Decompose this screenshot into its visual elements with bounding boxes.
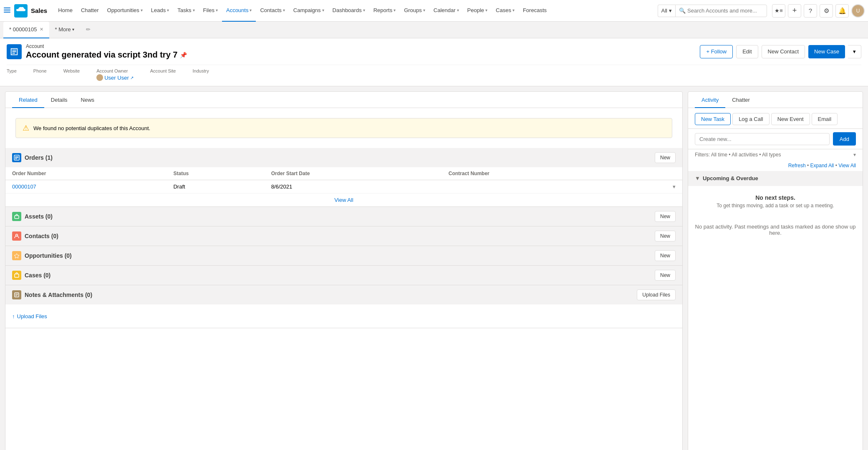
notes-upload-files-button[interactable]: Upload Files <box>637 289 676 300</box>
star-list-icon[interactable]: ★≡ <box>772 4 785 18</box>
account-owner-link[interactable]: User User ↗ <box>96 74 134 81</box>
nav-chatter[interactable]: Chatter <box>77 0 103 22</box>
page-title-text: Account generated via script 3nd try 7 <box>26 50 177 60</box>
tab-news[interactable]: News <box>74 92 101 108</box>
upcoming-section: ▼ Upcoming & Overdue No next steps. To g… <box>688 171 863 217</box>
opportunities-section: Opportunities (0) New <box>5 246 682 266</box>
tab-record-label: * 00000105 <box>9 26 37 33</box>
field-account-owner: Account Owner User User ↗ <box>96 68 134 81</box>
expand-all-link[interactable]: Expand All <box>810 163 834 168</box>
hamburger-icon[interactable] <box>3 6 11 15</box>
follow-button[interactable]: + Follow <box>700 45 733 58</box>
nav-cases[interactable]: Cases ▾ <box>492 0 519 22</box>
refresh-link[interactable]: Refresh <box>788 163 806 168</box>
filter-links: Refresh • Expand All • View All <box>788 163 856 168</box>
avatar-initials: U <box>856 8 860 14</box>
tab-bar: * 00000105 ✕ * More ▾ ✏ <box>0 22 868 38</box>
nav-campaigns[interactable]: Campaigns ▾ <box>289 0 328 22</box>
view-all-activity-link[interactable]: View All <box>838 163 856 168</box>
nav-groups[interactable]: Groups ▾ <box>400 0 429 22</box>
tab-related[interactable]: Related <box>12 92 44 108</box>
opportunities-header-left: Opportunities (0) <box>12 251 72 260</box>
nav-opportunities[interactable]: Opportunities ▾ <box>103 0 147 22</box>
chevron-icon: ▾ <box>512 8 515 13</box>
chevron-icon: ▾ <box>193 8 195 13</box>
email-button[interactable]: Email <box>812 113 838 125</box>
new-case-button[interactable]: New Case <box>808 45 845 58</box>
order-number-link[interactable]: 00000107 <box>12 184 36 190</box>
tab-record[interactable]: * 00000105 ✕ <box>3 22 49 38</box>
filters-text: Filters: All time • All activities • All… <box>695 152 781 158</box>
nav-dashboards[interactable]: Dashboards ▾ <box>328 0 369 22</box>
salesforce-logo[interactable] <box>14 4 28 18</box>
chevron-icon: ▾ <box>457 8 459 13</box>
table-row: 00000107 Draft 8/6/2021 ▾ <box>5 180 682 194</box>
orders-new-button[interactable]: New <box>655 152 676 163</box>
add-note-button[interactable]: Add <box>833 132 856 146</box>
page-header: Account Account generated via script 3nd… <box>0 38 868 86</box>
notes-title: Notes & Attachments (0) <box>25 292 92 298</box>
field-account-site: Account Site <box>150 68 176 81</box>
nav-leads[interactable]: Leads ▾ <box>147 0 173 22</box>
col-status: Status <box>167 167 264 180</box>
search-scope-selector[interactable]: All ▾ <box>658 5 675 17</box>
opportunities-new-button[interactable]: New <box>655 250 676 261</box>
svg-rect-6 <box>15 158 17 159</box>
tab-chatter[interactable]: Chatter <box>725 92 757 108</box>
row-action-dropdown-icon[interactable]: ▾ <box>673 184 676 190</box>
assets-header-left: Assets (0) <box>12 212 53 221</box>
create-note-input[interactable] <box>695 133 830 145</box>
help-icon[interactable]: ? <box>804 4 817 18</box>
nav-tasks[interactable]: Tasks ▾ <box>173 0 199 22</box>
orders-view-all-link[interactable]: View All <box>334 197 353 203</box>
nav-forecasts[interactable]: Forecasts <box>519 0 551 22</box>
chevron-icon: ▾ <box>394 8 396 13</box>
pin-icon[interactable]: 📌 <box>180 52 187 58</box>
new-contact-button[interactable]: New Contact <box>762 45 805 58</box>
nav-reports[interactable]: Reports ▾ <box>369 0 400 22</box>
notes-upload-inline-button[interactable]: ↑ Upload Files <box>12 309 47 323</box>
search-input[interactable] <box>687 8 763 14</box>
tab-more-label: * More <box>55 26 71 33</box>
tab-details[interactable]: Details <box>44 92 74 108</box>
svg-rect-10 <box>15 274 19 277</box>
tab-close-icon[interactable]: ✕ <box>40 27 43 32</box>
nav-people[interactable]: People ▾ <box>463 0 492 22</box>
upcoming-title: Upcoming & Overdue <box>703 175 758 181</box>
bell-icon[interactable]: 🔔 <box>835 4 849 18</box>
left-panel-tabs: Related Details News <box>5 92 682 108</box>
settings-icon[interactable]: ⚙ <box>820 4 833 18</box>
collapse-icon[interactable]: ▼ <box>695 175 700 181</box>
orders-view-all-row: View All <box>5 194 682 206</box>
field-website-label: Website <box>63 68 80 73</box>
tab-more[interactable]: * More ▾ <box>49 22 80 38</box>
page-header-fields: Type Phone Website Account Owner User Us… <box>7 65 861 81</box>
opportunities-header: Opportunities (0) New <box>5 246 682 265</box>
add-icon[interactable]: + <box>788 4 801 18</box>
chevron-icon: ▾ <box>250 8 252 13</box>
new-event-button[interactable]: New Event <box>771 113 810 125</box>
col-actions <box>627 167 682 180</box>
assets-new-button[interactable]: New <box>655 211 676 222</box>
user-avatar[interactable]: U <box>851 4 865 18</box>
contacts-new-button[interactable]: New <box>655 231 676 241</box>
nav-calendar[interactable]: Calendar ▾ <box>429 0 463 22</box>
cell-contract-number <box>442 180 627 194</box>
cases-new-button[interactable]: New <box>655 270 676 281</box>
tab-customize[interactable]: ✏ <box>80 22 96 38</box>
breadcrumb: Account <box>26 43 187 49</box>
notes-icon <box>12 290 21 299</box>
edit-button[interactable]: Edit <box>736 45 758 58</box>
nav-files[interactable]: Files ▾ <box>199 0 222 22</box>
nav-accounts[interactable]: Accounts ▾ <box>222 0 256 22</box>
nav-home[interactable]: Home <box>54 0 77 22</box>
actions-dropdown-button[interactable]: ▾ <box>848 45 861 58</box>
main-area: Related Details News ⚠ We found no poten… <box>0 86 868 450</box>
nav-contacts[interactable]: Contacts ▾ <box>256 0 289 22</box>
filter-dropdown-icon[interactable]: ▾ <box>853 152 856 158</box>
field-owner-label: Account Owner <box>96 68 134 73</box>
new-task-button[interactable]: New Task <box>695 113 731 125</box>
tab-activity[interactable]: Activity <box>695 92 725 108</box>
cell-order-number: 00000107 <box>5 180 167 194</box>
log-call-button[interactable]: Log a Call <box>732 113 770 125</box>
